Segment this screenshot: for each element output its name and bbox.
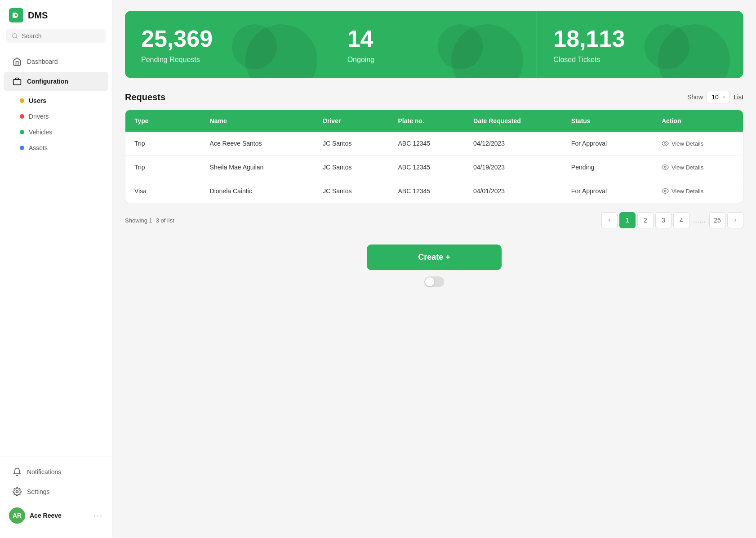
cell-driver: JC Santos [314,132,389,155]
next-page-button[interactable] [727,212,743,228]
sidebar-item-label: Notifications [27,468,61,476]
svg-point-6 [664,166,666,168]
stat-card-pending: 25,369 Pending Requests [125,11,331,78]
cell-status: For Approval [562,132,653,155]
sidebar-bottom: Notifications Settings AR Ace Reeve ··· [0,457,112,538]
user-profile[interactable]: AR Ace Reeve ··· [0,502,112,529]
eye-icon [662,164,669,171]
avatar: AR [9,507,25,524]
list-toggle[interactable]: List [734,93,743,101]
more-options-icon[interactable]: ··· [93,511,103,520]
cell-status: Pending [562,156,653,179]
sidebar-item-configuration[interactable]: Configuration [4,72,108,91]
sidebar-item-label: Dashboard [27,58,58,65]
view-details-button[interactable]: View Details [662,164,703,171]
bell-icon [13,467,22,476]
showing-text: Showing 1 -3 of list [125,217,174,224]
sub-navigation: Users Drivers Vehicles Assets [0,92,112,158]
svg-line-2 [16,37,18,39]
requests-header: Requests Show 10 25 50 List [125,91,743,103]
sidebar-item-settings[interactable]: Settings [4,482,108,501]
drivers-dot [20,114,24,119]
show-controls: Show 10 25 50 List [687,91,743,103]
cell-plate: ABC 12345 [389,179,464,203]
cell-date: 04/01/2023 [464,179,562,203]
col-date: Date Requested [464,110,562,132]
cell-date: 04/12/2023 [464,132,562,155]
table-header: Type Name Driver Plate no. Date Requeste… [125,110,743,132]
sidebar-item-notifications[interactable]: Notifications [4,462,108,481]
cell-type: Trip [125,156,201,179]
sidebar-item-assets[interactable]: Assets [13,140,108,156]
gear-icon [13,487,22,496]
users-dot [20,98,24,103]
table-row: Trip Sheila Mae Aguilan JC Santos ABC 12… [125,156,743,179]
main-content: 25,369 Pending Requests 14 Ongoing 18,11… [112,0,756,538]
search-icon [12,32,18,40]
page-1-button[interactable]: 1 [619,212,636,228]
cell-type: Trip [125,132,201,155]
table-row: Visa Dionela Caintic JC Santos ABC 12345… [125,179,743,203]
sidebar-item-vehicles[interactable]: Vehicles [13,124,108,140]
cell-driver: JC Santos [314,156,389,179]
sidebar-item-label: Drivers [29,113,49,120]
create-button[interactable]: Create + [367,245,502,270]
home-icon [13,57,22,66]
show-select[interactable]: 10 25 50 [707,91,730,103]
sidebar-item-users[interactable]: Users [13,93,108,108]
page-2-button[interactable]: 2 [637,212,654,228]
search-bar[interactable] [6,29,106,43]
cell-action: View Details [653,132,743,155]
svg-rect-3 [13,80,21,85]
cell-status: For Approval [562,179,653,203]
stat-card-ongoing: 14 Ongoing [331,11,538,78]
show-label: Show [687,93,703,101]
cell-type: Visa [125,179,201,203]
cell-plate: ABC 12345 [389,156,464,179]
briefcase-icon [13,77,22,86]
user-name: Ace Reeve [30,512,89,519]
col-status: Status [562,110,653,132]
view-details-button[interactable]: View Details [662,140,703,147]
eye-icon [662,140,669,147]
pagination-wrapper: Showing 1 -3 of list 1 2 3 4 …… 25 [125,212,743,228]
view-details-button[interactable]: View Details [662,187,703,195]
col-driver: Driver [314,110,389,132]
pagination: 1 2 3 4 …… 25 [601,212,743,228]
col-name: Name [201,110,314,132]
cell-action: View Details [653,156,743,179]
sidebar-item-drivers[interactable]: Drivers [13,109,108,124]
sidebar-item-label: Settings [27,488,50,495]
page-4-button[interactable]: 4 [673,212,689,228]
prev-page-button[interactable] [601,212,618,228]
sidebar-item-label: Users [29,97,46,104]
requests-table: Type Name Driver Plate no. Date Requeste… [125,110,743,203]
dms-logo-icon [9,8,23,22]
cell-date: 04/19/2023 [464,156,562,179]
svg-point-5 [664,142,666,144]
page-ellipsis: …… [691,217,707,224]
stats-grid: 25,369 Pending Requests 14 Ongoing 18,11… [125,11,743,78]
requests-title: Requests [125,92,165,102]
bottom-toggle-area [125,276,743,287]
sidebar-item-dashboard[interactable]: Dashboard [4,52,108,71]
toggle-switch[interactable] [424,276,444,287]
toggle-knob [425,277,434,286]
col-plate: Plate no. [389,110,464,132]
vehicles-dot [20,130,24,134]
col-type: Type [125,110,201,132]
cell-name: Ace Reeve Santos [201,132,314,155]
sidebar: DMS Dashboard Configuration [0,0,112,538]
assets-dot [20,146,24,150]
page-3-button[interactable]: 3 [655,212,672,228]
cell-action: View Details [653,179,743,203]
search-input[interactable] [22,32,100,40]
cell-plate: ABC 12345 [389,132,464,155]
svg-point-4 [16,491,18,493]
eye-icon [662,187,669,195]
table-body: Trip Ace Reeve Santos JC Santos ABC 1234… [125,132,743,203]
page-25-button[interactable]: 25 [709,212,725,228]
cell-driver: JC Santos [314,179,389,203]
stat-card-closed: 18,113 Closed Tickets [537,11,743,78]
cell-name: Dionela Caintic [201,179,314,203]
